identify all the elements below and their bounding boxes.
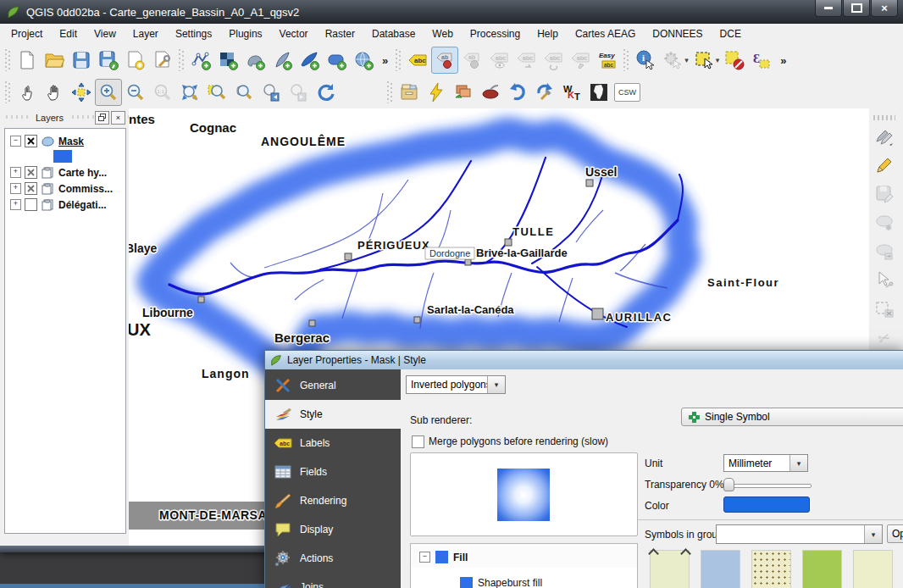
fill-node-row[interactable]: − Fill [411,544,637,563]
toolbar-handle[interactable] [179,49,185,71]
tab-general[interactable]: General [265,371,401,400]
add-mssql-layer-button[interactable] [296,47,323,74]
current-edits-button[interactable] [872,124,897,149]
minimize-button[interactable] [815,0,842,17]
menu-view[interactable]: View [86,25,125,43]
symbols-group-combobox[interactable]: ▾ [716,524,883,544]
menu-web[interactable]: Web [424,25,461,43]
menu-settings[interactable]: Settings [167,25,220,43]
group-checkbox[interactable] [25,182,37,195]
zoom-next-button[interactable] [285,79,312,106]
add-wms-layer-button[interactable] [350,47,377,74]
zoom-last-button[interactable] [258,79,285,106]
dialog-titlebar[interactable]: Layer Properties - Mask | Style [265,351,903,369]
group-label[interactable]: Carte hy... [58,167,107,179]
menu-layer[interactable]: Layer [125,25,167,43]
africa-plugin-button[interactable] [585,79,612,106]
toolbar-handle[interactable] [873,115,895,120]
expand-icon[interactable]: + [10,183,21,194]
toolbar-handle[interactable] [387,81,393,103]
add-feature-button[interactable] [872,210,897,236]
slider-handle[interactable] [723,478,734,491]
toolbar-handle[interactable] [5,81,11,103]
layer-row-commiss[interactable]: + Commiss... [10,181,125,196]
menu-vector[interactable]: Vector [271,25,317,43]
group-checkbox-unchecked[interactable] [25,198,37,211]
unit-combobox[interactable]: Millimeter ▾ [723,454,808,472]
easy-custom-labeling-button[interactable]: Easyabc [594,47,621,74]
group-label[interactable]: Commiss... [58,183,113,195]
symbol-preset-swatch[interactable] [701,550,740,588]
merge-polygons-checkbox[interactable] [412,435,424,448]
delete-selected-button[interactable] [872,297,897,322]
titlebar[interactable]: QGIS 0dd02ba - Carte_generale_Bassin_A0_… [0,0,903,24]
tab-fields[interactable]: Fields [265,458,401,486]
node-tool-button[interactable] [872,268,897,293]
zoom-full-button[interactable] [176,79,203,106]
repair-plugin-button[interactable] [531,79,558,106]
add-spatialite-layer-button[interactable] [269,47,296,74]
zoom-in-button[interactable] [95,79,122,106]
menu-plugins[interactable]: Plugins [220,25,270,43]
undo-plugin-button[interactable] [504,79,531,106]
renderer-combobox[interactable]: Inverted polygons ▾ [406,375,506,394]
collapse-icon[interactable]: − [419,552,430,563]
label-pin-button[interactable]: ab [431,47,458,74]
single-symbol-button[interactable]: Single Symbol [681,408,903,426]
layer-checkbox[interactable] [25,135,37,147]
layer-symbol-swatch[interactable] [53,150,72,163]
toolbar-handle[interactable] [5,49,11,71]
transparency-slider[interactable] [723,478,812,491]
menu-project[interactable]: Project [3,25,51,43]
menu-processing[interactable]: Processing [462,25,529,43]
images-plugin-button[interactable] [450,79,477,106]
new-composer-button[interactable] [122,47,149,74]
layer-row-carte[interactable]: + Carte hy... [10,165,125,180]
tab-display[interactable]: Display [265,515,401,544]
save-edits-button[interactable] [872,181,897,207]
symbol-preset-swatch[interactable] [853,550,893,588]
expand-icon[interactable]: + [10,199,21,210]
zoom-out-button[interactable] [122,79,149,106]
zoom-to-layer-button[interactable] [230,79,258,106]
collapse-icon[interactable]: − [10,136,21,147]
layer-label[interactable]: Mask [58,136,84,147]
group-label[interactable]: Délégati... [58,199,107,211]
beret-plugin-button[interactable] [477,79,504,106]
pan-map-button[interactable] [41,79,68,106]
label-rotate-button[interactable]: abc [512,47,540,74]
layers-panel-titlebar[interactable]: Layers × [3,108,129,126]
toolbar-handle[interactable] [396,49,402,71]
menu-help[interactable]: Help [529,25,567,43]
refresh-map-button[interactable] [312,79,339,106]
add-vector-layer-button[interactable] [187,47,214,74]
pan-to-selection-button[interactable] [68,79,95,106]
tab-labels[interactable]: abc Labels [265,429,401,458]
group-checkbox[interactable] [25,166,37,179]
menu-donnees[interactable]: DONNEES [644,25,711,43]
menu-raster[interactable]: Raster [317,25,363,43]
cut-features-button[interactable]: ✂ [872,325,897,351]
composer-manager-button[interactable] [149,47,176,74]
wkt-plugin-button[interactable]: WKT [558,79,585,106]
add-raster-layer-button[interactable] [214,47,241,74]
save-project-button[interactable] [68,47,95,74]
add-oracle-layer-button[interactable] [323,47,350,74]
color-button[interactable] [723,496,810,513]
touch-zoom-button[interactable] [14,79,41,106]
zoom-native-button[interactable]: 1:1 [149,79,176,106]
save-project-as-button[interactable] [95,47,122,74]
label-move-button[interactable]: ab [458,47,485,74]
shapeburst-node-row[interactable]: Shapeburst fill [411,568,637,588]
expand-icon[interactable]: + [10,167,21,178]
tab-style[interactable]: Style [265,400,401,429]
new-project-button[interactable] [14,47,41,74]
select-by-expression-button[interactable]: Ɛ [748,47,775,74]
deselect-features-button[interactable] [721,47,748,74]
menu-edit[interactable]: Edit [51,25,86,43]
dock-close-button[interactable]: × [111,111,125,125]
quick-plugin-button[interactable] [423,79,450,106]
tab-joins[interactable]: Joins [265,573,401,588]
archive-plugin-button[interactable] [396,79,423,106]
close-button[interactable]: × [871,0,898,17]
